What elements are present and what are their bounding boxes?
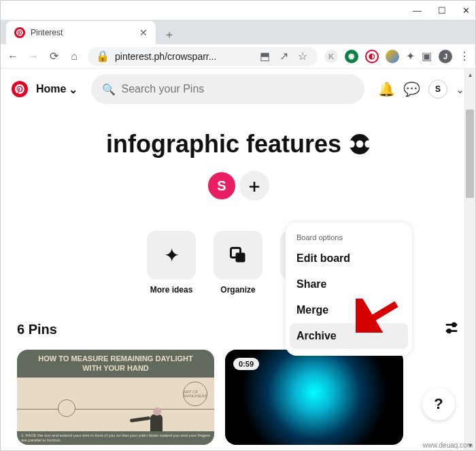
- board-options-popover: Board options Edit board Share Merge Arc…: [286, 222, 412, 356]
- pin-daylight-infographic[interactable]: HOW TO MEASURE REMAINING DAYLIGHT WITH Y…: [17, 350, 214, 445]
- more-ideas-label: More ideas: [150, 285, 193, 295]
- add-collaborator-button[interactable]: ＋: [239, 171, 269, 201]
- extension-green[interactable]: ◉: [345, 50, 358, 63]
- collaborators-row: S ＋: [1, 171, 475, 201]
- window-minimize[interactable]: —: [413, 5, 422, 16]
- board-title-row: infographic features •••: [1, 130, 475, 158]
- sparkle-icon: ✦: [147, 231, 196, 280]
- board-more-button[interactable]: •••: [350, 134, 370, 154]
- reload-button[interactable]: ⟳: [47, 50, 61, 63]
- search-bar[interactable]: 🔍: [91, 74, 364, 104]
- organize-icon: [214, 231, 262, 280]
- pinterest-header: Home⌄ 🔍 🔔 💬 S ⌄: [1, 69, 475, 110]
- extension-square[interactable]: ▣: [422, 50, 432, 63]
- merge-option[interactable]: Merge: [286, 297, 412, 323]
- svg-point-6: [452, 323, 456, 327]
- forward-button[interactable]: →: [27, 50, 40, 63]
- extension-k[interactable]: K: [324, 50, 338, 63]
- extension-red-ring[interactable]: ◐: [365, 50, 379, 63]
- share-option[interactable]: Share: [286, 271, 412, 297]
- svg-point-8: [447, 329, 451, 333]
- window-close[interactable]: ✕: [462, 5, 470, 16]
- edit-board-option[interactable]: Edit board: [286, 246, 412, 271]
- home-dropdown[interactable]: Home⌄: [36, 83, 78, 96]
- archive-option[interactable]: Archive: [290, 323, 408, 349]
- tab-title: Pinterest: [31, 28, 134, 37]
- pin1-illustration: ART OF MANLINESS 1: FACE the sun and ext…: [17, 378, 214, 445]
- organize-tile[interactable]: Organize: [214, 231, 262, 295]
- install-icon[interactable]: ⬒: [258, 50, 271, 63]
- browser-tab[interactable]: Pinterest ✕: [6, 21, 156, 44]
- new-tab-button[interactable]: ＋: [160, 25, 179, 44]
- messages-icon[interactable]: 💬: [403, 81, 420, 97]
- search-input[interactable]: [121, 83, 354, 95]
- svg-rect-1: [236, 253, 245, 263]
- watermark: www.deuaq.com: [423, 441, 473, 449]
- lock-icon: 🔒: [96, 50, 109, 63]
- pin1-badge: ART OF MANLINESS: [183, 382, 207, 406]
- home-button[interactable]: ⌂: [67, 50, 81, 63]
- video-duration: 0:59: [233, 358, 259, 370]
- page-viewport: ▴ ▾ Home⌄ 🔍 🔔 💬 S ⌄ infographic features…: [1, 69, 475, 450]
- url-text: pinterest.ph/crowsparr...: [115, 51, 252, 62]
- pins-grid: HOW TO MEASURE REMAINING DAYLIGHT WITH Y…: [1, 339, 475, 450]
- share-icon[interactable]: ↗: [277, 50, 290, 63]
- help-fab[interactable]: ?: [422, 388, 455, 420]
- scroll-up-arrow[interactable]: ▴: [464, 69, 475, 80]
- popover-header: Board options: [286, 229, 412, 246]
- tab-bar: Pinterest ✕ ＋: [1, 20, 475, 44]
- filter-icon[interactable]: [444, 320, 459, 339]
- account-avatar[interactable]: S: [428, 80, 447, 99]
- pinterest-logo[interactable]: [12, 81, 28, 97]
- home-label: Home: [36, 83, 66, 95]
- profile-avatar[interactable]: J: [439, 50, 452, 63]
- more-ideas-tile[interactable]: ✦ More ideas: [147, 231, 196, 295]
- pinterest-favicon: [14, 27, 25, 38]
- window-maximize[interactable]: ☐: [438, 5, 446, 16]
- back-button[interactable]: ←: [6, 50, 20, 63]
- address-bar: ← → ⟳ ⌂ 🔒 pinterest.ph/crowsparr... ⬒ ↗ …: [1, 44, 475, 69]
- url-field[interactable]: 🔒 pinterest.ph/crowsparr... ⬒ ↗ ☆: [88, 47, 318, 66]
- extension-gradient[interactable]: [386, 50, 399, 63]
- scrollbar[interactable]: ▴ ▾: [464, 69, 475, 450]
- organize-label: Organize: [220, 285, 255, 295]
- account-dropdown-icon[interactable]: ⌄: [456, 83, 464, 96]
- search-icon: 🔍: [102, 83, 116, 96]
- pin1-title: HOW TO MEASURE REMAINING DAYLIGHT WITH Y…: [17, 350, 214, 378]
- chevron-down-icon: ⌄: [69, 83, 78, 96]
- board-title: infographic features: [106, 130, 341, 158]
- tab-close-icon[interactable]: ✕: [139, 27, 148, 38]
- pin1-caption: 1: FACE the sun and extend your arm in f…: [17, 431, 214, 445]
- extensions-icon[interactable]: ✦: [406, 50, 415, 63]
- bookmark-icon[interactable]: ☆: [296, 50, 309, 63]
- collaborator-avatar[interactable]: S: [207, 171, 237, 201]
- scrollbar-thumb[interactable]: [466, 110, 474, 198]
- notifications-icon[interactable]: 🔔: [378, 81, 395, 97]
- chrome-menu-icon[interactable]: ⋮: [459, 50, 470, 63]
- pin-energy-video[interactable]: 0:59: [225, 350, 403, 445]
- pins-count: 6 Pins: [17, 322, 57, 337]
